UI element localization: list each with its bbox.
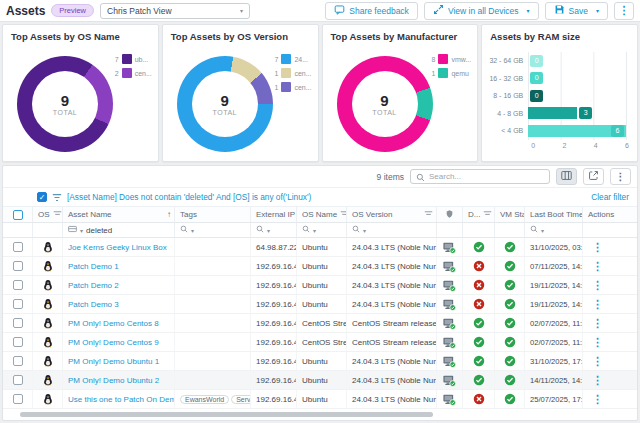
tags-filter-input[interactable]: ▾ xyxy=(175,223,251,237)
row-actions-button[interactable]: ⋮ xyxy=(588,279,607,292)
chevron-down-icon[interactable]: ▾ xyxy=(267,227,270,234)
asset-name-link[interactable]: Patch Demo 1 xyxy=(68,262,119,271)
view-in-all-devices-button[interactable]: View in all Devices ▾ xyxy=(424,2,539,20)
last-boot-cell: 19/11/2025, 14:51 xyxy=(525,276,583,294)
asset-name-cell: Patch Demo 3 xyxy=(63,295,175,313)
success-icon xyxy=(504,355,516,367)
table-row[interactable]: PM Only! Demo Centos 9192.69.16.4CentOS … xyxy=(3,333,637,352)
column-header-tags[interactable]: Tags xyxy=(175,207,251,222)
linux-icon xyxy=(42,317,54,329)
chevron-down-icon[interactable]: ▾ xyxy=(313,227,316,234)
row-actions-button[interactable]: ⋮ xyxy=(588,355,607,368)
row-checkbox[interactable] xyxy=(13,375,23,385)
os-name-cell: Ubuntu xyxy=(297,352,347,370)
clear-filter-link[interactable]: Clear filter xyxy=(591,192,629,202)
bar[interactable] xyxy=(528,107,577,119)
row-checkbox[interactable] xyxy=(13,394,23,404)
chevron-down-icon[interactable]: ▾ xyxy=(80,227,83,234)
row-checkbox[interactable] xyxy=(13,261,23,271)
donut-chart-os-version[interactable]: 9 TOTAL xyxy=(177,56,273,152)
row-actions-button[interactable]: ⋮ xyxy=(588,374,607,387)
patch-status-cell xyxy=(463,257,495,275)
patch-status-cell xyxy=(463,390,495,408)
table-row[interactable]: Joe Kerns Geeky Linux Box64.98.87.22Ubun… xyxy=(3,238,637,257)
column-header-last-boot[interactable]: Last Boot Time xyxy=(525,207,583,222)
row-checkbox[interactable] xyxy=(13,299,23,309)
column-filter-icon[interactable] xyxy=(53,210,62,220)
external-ip-cell: 192.69.16.4 xyxy=(251,295,297,313)
table-row[interactable]: PM Only! Demo Ubuntu 1192.69.16.4Ubuntu2… xyxy=(3,352,637,371)
column-header-os-name[interactable]: OS Name xyxy=(297,207,347,222)
column-filter-icon[interactable] xyxy=(483,210,492,220)
column-header-security[interactable] xyxy=(437,207,463,222)
table-more-options-button[interactable]: ⋮ xyxy=(610,168,631,185)
column-header-asset-name[interactable]: Asset Name↑ xyxy=(63,207,175,222)
table-row[interactable]: Patch Demo 3192.69.16.4Ubuntu24.04.3 LTS… xyxy=(3,295,637,314)
row-checkbox[interactable] xyxy=(13,280,23,290)
asset-name-filter-input[interactable]: ▾ deleted xyxy=(63,223,175,237)
more-options-button[interactable]: ⋮ xyxy=(614,2,634,20)
column-header-external-ip[interactable]: External IP xyxy=(251,207,297,222)
sort-ascending-icon[interactable]: ↑ xyxy=(167,210,171,219)
row-actions-button[interactable]: ⋮ xyxy=(588,336,607,349)
chevron-down-icon[interactable]: ▾ xyxy=(541,227,544,234)
last-boot-filter-input[interactable]: ▾ xyxy=(525,223,583,237)
table-row[interactable]: PM Only! Demo Ubuntu 2192.69.16.4Ubuntu2… xyxy=(3,371,637,390)
row-checkbox[interactable] xyxy=(13,242,23,252)
export-button[interactable] xyxy=(583,168,604,185)
filter-checkbox[interactable]: ✓ xyxy=(37,192,47,202)
asset-name-link[interactable]: Patch Demo 2 xyxy=(68,281,119,290)
os-version-filter-input[interactable]: ▾ xyxy=(347,223,437,237)
save-button[interactable]: Save ▾ xyxy=(545,2,608,20)
column-settings-button[interactable] xyxy=(556,168,577,185)
asset-name-link[interactable]: PM Only! Demo Centos 9 xyxy=(68,338,159,347)
asset-name-link[interactable]: Use this one to Patch On Demand xyxy=(68,395,175,404)
row-actions-button[interactable]: ⋮ xyxy=(588,241,607,254)
view-selector-value: Chris Patch View xyxy=(107,6,172,16)
row-checkbox[interactable] xyxy=(13,337,23,347)
donut-total-label: TOTAL xyxy=(213,109,237,116)
asset-name-link[interactable]: Joe Kerns Geeky Linux Box xyxy=(68,243,167,252)
legend-item: 8vmw... xyxy=(428,54,471,64)
share-feedback-button[interactable]: Share feedback xyxy=(325,2,418,20)
os-name-filter-input[interactable]: ▾ xyxy=(297,223,347,237)
external-ip-filter-input[interactable]: ▾ xyxy=(251,223,297,237)
search-input[interactable] xyxy=(429,172,544,181)
tag-chip: EwansWorld xyxy=(180,395,229,404)
asset-name-link[interactable]: PM Only! Demo Ubuntu 2 xyxy=(68,376,159,385)
column-filter-icon[interactable] xyxy=(424,210,433,220)
row-actions-button[interactable]: ⋮ xyxy=(588,298,607,311)
filter-description: [Asset Name] Does not contain 'deleted' … xyxy=(67,192,586,202)
device-status-cell xyxy=(437,390,463,408)
table-row[interactable]: Patch Demo 2192.69.16.4Ubuntu24.04.3 LTS… xyxy=(3,276,637,295)
table-row[interactable]: PM Only! Demo Centos 8192.69.16.4CentOS … xyxy=(3,314,637,333)
table-row[interactable]: Use this one to Patch On DemandEwansWorl… xyxy=(3,390,637,409)
row-actions-button[interactable]: ⋮ xyxy=(588,393,607,406)
donut-chart-os-name[interactable]: 9 TOTAL xyxy=(17,56,113,152)
row-actions-button[interactable]: ⋮ xyxy=(588,260,607,273)
table-row[interactable]: Patch Demo 1192.69.16.4Ubuntu24.04.3 LTS… xyxy=(3,257,637,276)
select-all-checkbox[interactable] xyxy=(13,210,23,220)
donut-chart-manufacturer[interactable]: 9 TOTAL xyxy=(337,56,433,152)
scrollbar-thumb[interactable] xyxy=(20,412,433,417)
column-filter-icon[interactable] xyxy=(340,210,347,220)
row-checkbox[interactable] xyxy=(13,356,23,366)
asset-name-link[interactable]: PM Only! Demo Centos 8 xyxy=(68,319,159,328)
asset-name-link[interactable]: PM Only! Demo Ubuntu 1 xyxy=(68,357,159,366)
column-header-d[interactable]: D... xyxy=(463,207,495,222)
chart-card-manufacturer: Top Assets by Manufacturer 9 TOTAL 8vmw.… xyxy=(322,24,479,162)
shield-icon xyxy=(445,209,454,221)
view-selector[interactable]: Chris Patch View ▾ xyxy=(100,3,250,19)
column-header-vm-status[interactable]: VM Sta... xyxy=(495,207,525,222)
row-checkbox[interactable] xyxy=(13,318,23,328)
row-actions-button[interactable]: ⋮ xyxy=(588,317,607,330)
column-header-os-version[interactable]: OS Version xyxy=(347,207,437,222)
chart-legend: 724...1cen...1cen... xyxy=(271,54,311,92)
bar-category-label: < 4 GB xyxy=(488,127,528,134)
chevron-down-icon[interactable]: ▾ xyxy=(191,227,194,234)
chevron-down-icon[interactable]: ▾ xyxy=(363,227,366,234)
os-name-cell: Ubuntu xyxy=(297,257,347,275)
asset-name-link[interactable]: Patch Demo 3 xyxy=(68,300,119,309)
search-box[interactable] xyxy=(410,169,550,184)
column-header-os[interactable]: OS xyxy=(33,207,63,222)
